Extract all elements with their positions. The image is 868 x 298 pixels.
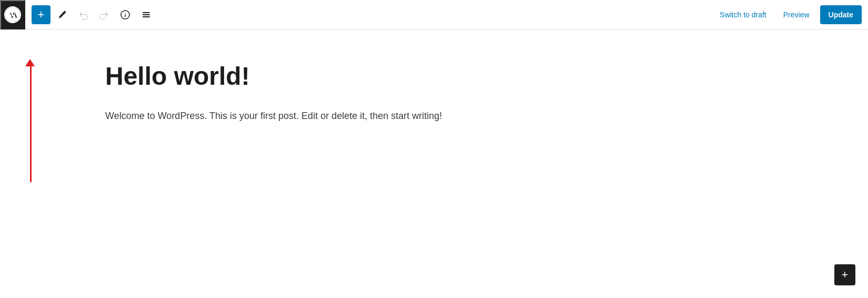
svg-rect-5: [143, 12, 150, 13]
switch-draft-button[interactable]: Switch to draft: [713, 6, 773, 23]
pencil-icon: [57, 9, 67, 20]
plus-icon: +: [38, 9, 45, 21]
floating-add-block-button[interactable]: +: [834, 264, 855, 285]
preview-button[interactable]: Preview: [777, 6, 816, 23]
svg-text:W: W: [8, 12, 16, 19]
edit-mode-button[interactable]: [53, 5, 72, 24]
editor-canvas: Hello world! Welcome to WordPress. This …: [0, 29, 868, 298]
svg-rect-7: [143, 16, 150, 17]
update-button[interactable]: Update: [820, 5, 862, 24]
undo-button[interactable]: [74, 5, 93, 24]
editor-toolbar: W +: [0, 0, 868, 29]
post-title[interactable]: Hello world!: [105, 61, 763, 92]
info-icon: [120, 9, 130, 20]
list-view-button[interactable]: [137, 5, 156, 24]
info-button[interactable]: [116, 5, 135, 24]
floating-plus-icon: +: [842, 268, 849, 282]
post-content-paragraph[interactable]: Welcome to WordPress. This is your first…: [105, 108, 763, 124]
undo-icon: [78, 9, 88, 20]
svg-point-4: [125, 12, 126, 13]
svg-rect-6: [143, 14, 150, 15]
redo-icon: [99, 9, 109, 20]
editor-area: Hello world! Welcome to WordPress. This …: [0, 29, 868, 298]
toolbar-right: Switch to draft Preview Update: [713, 5, 862, 24]
add-block-button[interactable]: +: [32, 5, 51, 24]
list-icon: [141, 9, 152, 20]
wp-logo-button[interactable]: W: [0, 0, 25, 29]
toolbar-left: W +: [6, 0, 713, 29]
redo-button[interactable]: [95, 5, 114, 24]
